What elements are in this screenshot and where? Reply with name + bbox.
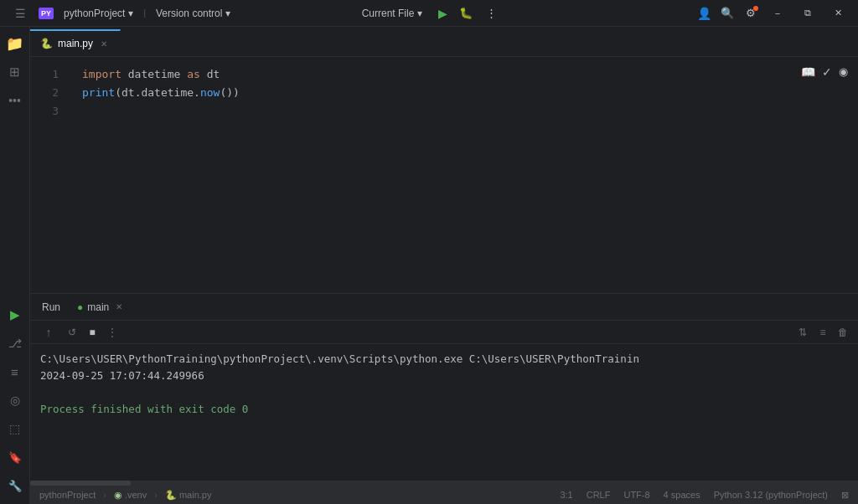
plugins-icon[interactable]: ⊞ (2, 59, 28, 85)
project-selector[interactable]: pythonProject ▾ (59, 5, 138, 22)
panel-more-button[interactable]: ⋮ (104, 324, 121, 341)
current-file-chevron: ▾ (417, 8, 422, 19)
editor-wrapper: 🐍 main.py ✕ 1 2 3 import datetime as dt … (30, 27, 858, 504)
status-file[interactable]: 🐍 main.py (163, 490, 214, 501)
breadcrumb-sep-2: › (154, 490, 158, 500)
editor-top-icons: 📖 ✓ ◉ (801, 65, 848, 79)
target-icon[interactable]: ◎ (2, 387, 28, 414)
editor-content[interactable]: 1 2 3 import datetime as dt print(dt.dat… (30, 57, 858, 293)
line-num-2: 2 (30, 84, 69, 102)
status-right: 3:1 CRLF UTF-8 4 spaces Python 3.12 (pyt… (557, 490, 851, 501)
output-line-1: C:\Users\USER\PythonTraining\pythonProje… (40, 351, 848, 368)
vc-label: Version control (156, 8, 222, 19)
titlebar-center: Current File ▾ ▶ 🐛 ⋮ (357, 3, 502, 23)
project-chevron: ▾ (128, 8, 133, 19)
run-tab-close[interactable]: ✕ (113, 301, 125, 312)
status-venv-label: .venv (125, 490, 147, 500)
panel-output[interactable]: C:\Users\USER\PythonTraining\pythonProje… (30, 344, 858, 481)
main-run-tab[interactable]: ● main ✕ (70, 298, 132, 316)
line-num-3: 3 (30, 102, 69, 121)
run-tab-label: Run (42, 301, 60, 313)
line-numbers: 1 2 3 (30, 57, 75, 293)
terminal-side-icon[interactable]: ⬚ (2, 415, 28, 442)
line-num-1: 1 (30, 65, 69, 84)
editor-area: 🐍 main.py ✕ 1 2 3 import datetime as dt … (30, 27, 858, 293)
tab-close-button[interactable]: ✕ (98, 38, 110, 49)
stop-button[interactable]: ■ (84, 324, 101, 341)
code-line-2: print(dt.datetime.now()) (82, 84, 858, 102)
status-memory-icon[interactable]: ⊠ (839, 490, 851, 501)
titlebar-sep: | (143, 8, 146, 18)
ai-icon[interactable]: ◉ (839, 65, 848, 79)
breadcrumb-sep-1: › (103, 490, 106, 500)
panel-settings1-icon[interactable]: ⇅ (794, 324, 811, 341)
main-run-label: main (87, 301, 109, 313)
settings-icon[interactable]: ⚙ (741, 3, 761, 23)
panel-trash-icon[interactable]: 🗑 (835, 324, 851, 341)
restart-button[interactable]: ↺ (64, 324, 80, 341)
more-options-button[interactable]: ⋮ (481, 3, 501, 23)
main-py-tab[interactable]: 🐍 main.py ✕ (30, 29, 121, 56)
book-icon[interactable]: 📖 (801, 65, 815, 79)
more-tools-icon[interactable]: ••• (2, 87, 28, 114)
minimize-button[interactable]: − (764, 0, 791, 27)
current-file-button[interactable]: Current File ▾ (357, 5, 428, 22)
panel-tab-bar: Run ● main ✕ (30, 294, 858, 321)
account-icon[interactable]: 👤 (694, 3, 714, 23)
version-control-button[interactable]: Version control ▾ (151, 5, 235, 22)
run-side-icon[interactable]: ▶ (2, 301, 28, 328)
tab-bar: 🐍 main.py ✕ (30, 27, 858, 57)
output-line-4: Process finished with exit code 0 (40, 401, 848, 418)
status-encoding[interactable]: UTF-8 (621, 490, 652, 500)
panel-toolbar: ↑ ↺ ■ ⋮ ⇅ ≡ 🗑 (30, 321, 858, 344)
horizontal-scrollbar[interactable] (30, 481, 858, 486)
explorer-icon[interactable]: 📁 (2, 30, 28, 57)
code-editor[interactable]: import datetime as dt print(dt.datetime.… (75, 57, 858, 293)
output-line-2: 2024-09-25 17:07:44.249966 (40, 368, 848, 384)
wrench-icon[interactable]: 🔧 (2, 472, 28, 499)
tab-label: main.py (58, 38, 93, 49)
py-icon: 🐍 (165, 490, 177, 501)
status-line-ending[interactable]: CRLF (584, 490, 613, 500)
menu-icon[interactable]: ☰ (7, 0, 34, 27)
bookmark-icon[interactable]: 🔖 (2, 444, 28, 471)
panel-settings2-icon[interactable]: ≡ (814, 324, 831, 341)
activity-bar: 📁 ⊞ ••• ▶ ⎇ ≡ ◎ ⬚ 🔖 🔧 (0, 27, 30, 504)
app-logo[interactable]: PY (39, 8, 54, 19)
debug-icon[interactable]: 🐛 (457, 5, 474, 22)
run-tab-icon: ● (77, 301, 83, 313)
close-button[interactable]: ✕ (824, 0, 851, 27)
layers-icon[interactable]: ≡ (2, 358, 28, 385)
project-name: pythonProject (64, 8, 125, 19)
check-icon[interactable]: ✓ (822, 65, 832, 79)
status-file-label: main.py (179, 490, 212, 500)
git-icon[interactable]: ⎇ (2, 330, 28, 357)
python-file-icon: 🐍 (40, 38, 53, 49)
titlebar-right: 👤 🔍 ⚙ − ⧉ ✕ (501, 0, 858, 27)
status-position[interactable]: 3:1 (557, 490, 575, 500)
status-left: pythonProject › ◉ .venv › 🐍 main.py (37, 490, 214, 501)
status-project[interactable]: pythonProject (37, 490, 98, 500)
run-tab[interactable]: Run (35, 298, 67, 316)
run-button[interactable]: ▶ (434, 5, 451, 22)
panel: Run ● main ✕ ↑ ↺ ■ ⋮ ⇅ ≡ 🗑 (30, 293, 858, 486)
status-interpreter[interactable]: Python 3.12 (pythonProject) (711, 490, 830, 500)
output-line-3 (40, 384, 848, 401)
restore-button[interactable]: ⧉ (794, 0, 821, 27)
status-indent[interactable]: 4 spaces (661, 490, 703, 500)
current-file-label: Current File (362, 8, 415, 19)
titlebar-left: ☰ PY pythonProject ▾ | Version control ▾ (0, 0, 357, 27)
status-bar: pythonProject › ◉ .venv › 🐍 main.py 3:1 … (30, 486, 858, 504)
code-line-1: import datetime as dt (82, 65, 858, 84)
vc-chevron: ▾ (225, 8, 230, 19)
search-icon[interactable]: 🔍 (717, 3, 737, 23)
status-venv[interactable]: ◉ .venv (111, 490, 149, 501)
panel-up-button[interactable]: ↑ (37, 326, 60, 339)
titlebar: ☰ PY pythonProject ▾ | Version control ▾… (0, 0, 858, 27)
venv-icon: ◉ (114, 490, 122, 501)
main-layout: 📁 ⊞ ••• ▶ ⎇ ≡ ◎ ⬚ 🔖 🔧 🐍 main.py ✕ (0, 27, 858, 504)
